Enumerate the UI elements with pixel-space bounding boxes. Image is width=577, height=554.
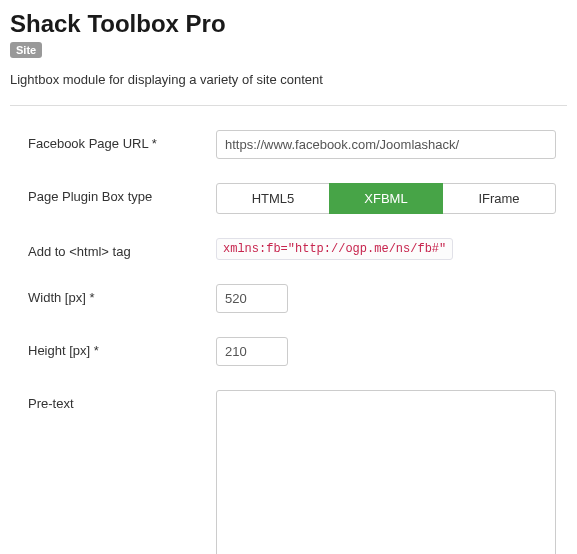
separator	[10, 105, 567, 106]
label-width: Width [px] *	[28, 284, 216, 305]
label-pretext: Pre-text	[28, 390, 216, 411]
module-description: Lightbox module for displaying a variety…	[10, 72, 567, 87]
box-type-option-iframe[interactable]: IFrame	[442, 183, 556, 214]
page-title: Shack Toolbox Pro	[10, 10, 567, 38]
row-fb-url: Facebook Page URL *	[10, 130, 567, 159]
input-height[interactable]	[216, 337, 288, 366]
row-height: Height [px] *	[10, 337, 567, 366]
box-type-option-html5[interactable]: HTML5	[216, 183, 330, 214]
site-badge: Site	[10, 42, 42, 58]
textarea-pretext[interactable]	[216, 390, 556, 554]
input-width[interactable]	[216, 284, 288, 313]
label-box-type: Page Plugin Box type	[28, 183, 216, 204]
box-type-group: HTML5 XFBML IFrame	[216, 183, 556, 214]
label-html-tag: Add to <html> tag	[28, 238, 216, 259]
html-tag-code: xmlns:fb="http://ogp.me/ns/fb#"	[216, 238, 453, 260]
label-fb-url: Facebook Page URL *	[28, 130, 216, 151]
input-fb-url[interactable]	[216, 130, 556, 159]
row-box-type: Page Plugin Box type HTML5 XFBML IFrame	[10, 183, 567, 214]
row-pretext: Pre-text	[10, 390, 567, 554]
row-html-tag: Add to <html> tag xmlns:fb="http://ogp.m…	[10, 238, 567, 260]
label-height: Height [px] *	[28, 337, 216, 358]
row-width: Width [px] *	[10, 284, 567, 313]
box-type-option-xfbml[interactable]: XFBML	[329, 183, 443, 214]
